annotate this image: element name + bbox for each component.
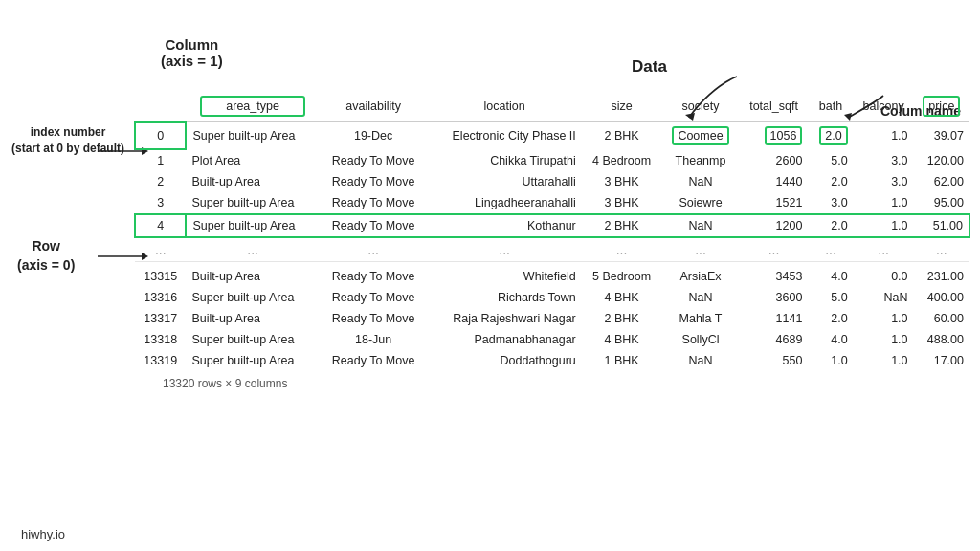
cell-loc-13317: Raja Rajeshwari Nagar bbox=[427, 308, 581, 329]
table-row: 13318 Super built-up Area 18-Jun Padmana… bbox=[135, 329, 969, 350]
cell-bath-0: 2.0 bbox=[808, 122, 853, 150]
dots-row: ... ... ... ... ... ... ... ... ... ... bbox=[135, 237, 969, 262]
column-annotation: Column (axis = 1) bbox=[161, 36, 223, 69]
branding: hiwhy.io bbox=[21, 527, 65, 541]
cell-loc-13319: Doddathoguru bbox=[427, 350, 581, 371]
cell-avail-3: Ready To Move bbox=[320, 192, 428, 214]
cell-sqft-13316: 3600 bbox=[740, 287, 809, 308]
cell-balcony-13318: 1.0 bbox=[854, 329, 914, 350]
table-footer: 13320 rows × 9 columns bbox=[134, 377, 970, 390]
cell-avail-4: Ready To Move bbox=[320, 214, 428, 237]
cell-price-4: 51.00 bbox=[914, 214, 969, 237]
cell-bath-13319: 1.0 bbox=[808, 350, 853, 371]
dots-2: ... bbox=[320, 237, 428, 262]
cell-avail-13319: Ready To Move bbox=[320, 350, 428, 371]
cell-size-1: 4 Bedroom bbox=[582, 149, 662, 171]
th-size: size bbox=[582, 91, 662, 122]
cell-sqft-13318: 4689 bbox=[740, 329, 809, 350]
bath-highlight: 2.0 bbox=[819, 126, 847, 145]
th-price-label: price bbox=[923, 96, 960, 117]
cell-society-1: Theanmp bbox=[661, 149, 739, 171]
cell-avail-13318: 18-Jun bbox=[320, 329, 428, 350]
cell-sqft-13319: 550 bbox=[740, 350, 809, 371]
cell-price-13317: 60.00 bbox=[914, 308, 969, 329]
index-label-line1: index number bbox=[11, 124, 124, 141]
cell-bath-2: 2.0 bbox=[808, 171, 853, 192]
cell-price-13318: 488.00 bbox=[914, 329, 969, 350]
index-cell-3: 3 bbox=[135, 192, 186, 214]
row-label-line1: Row bbox=[17, 237, 75, 256]
index-cell-13318: 13318 bbox=[135, 329, 186, 350]
dots-1: ... bbox=[186, 237, 319, 262]
cell-balcony-1: 3.0 bbox=[854, 149, 914, 171]
cell-area-type-13315: Built-up Area bbox=[186, 262, 319, 288]
cell-area-type-0: Super built-up Area bbox=[186, 122, 319, 150]
cell-society-2: NaN bbox=[661, 171, 739, 192]
cell-sqft-0: 1056 bbox=[740, 122, 809, 150]
cell-balcony-13317: 1.0 bbox=[854, 308, 914, 329]
cell-balcony-3: 1.0 bbox=[854, 192, 914, 214]
cell-price-13319: 17.00 bbox=[914, 350, 969, 371]
row-annotation: Row (axis = 0) bbox=[17, 237, 75, 275]
table-row: 13315 Built-up Area Ready To Move Whitef… bbox=[135, 262, 969, 288]
cell-price-13315: 231.00 bbox=[914, 262, 969, 288]
dots-6: ... bbox=[740, 237, 809, 262]
dots-index: ... bbox=[135, 237, 186, 262]
cell-balcony-0: 1.0 bbox=[854, 122, 914, 150]
dots-7: ... bbox=[808, 237, 853, 262]
cell-bath-13316: 5.0 bbox=[808, 287, 853, 308]
index-cell-13319: 13319 bbox=[135, 350, 186, 371]
cell-area-type-3: Super built-up Area bbox=[186, 192, 319, 214]
cell-size-13315: 5 Bedroom bbox=[582, 262, 662, 288]
th-index bbox=[135, 91, 186, 122]
cell-avail-13316: Ready To Move bbox=[320, 287, 428, 308]
cell-loc-13318: Padmanabhanagar bbox=[427, 329, 581, 350]
data-label: Data bbox=[632, 57, 667, 76]
cell-balcony-4: 1.0 bbox=[854, 214, 914, 237]
cell-society-13316: NaN bbox=[661, 287, 739, 308]
cell-bath-13318: 4.0 bbox=[808, 329, 853, 350]
cell-loc-3: Lingadheeranahalli bbox=[427, 192, 581, 214]
cell-size-2: 3 BHK bbox=[582, 171, 662, 192]
cell-price-1: 120.00 bbox=[914, 149, 969, 171]
cell-loc-0: Electronic City Phase II bbox=[427, 122, 581, 150]
table-row: 13319 Super built-up Area Ready To Move … bbox=[135, 350, 969, 371]
cell-avail-0: 19-Dec bbox=[320, 122, 428, 150]
th-bath: bath bbox=[808, 91, 853, 122]
table-row-highlighted: 4 Super built-up Area Ready To Move Koth… bbox=[135, 214, 969, 237]
index-cell-13317: 13317 bbox=[135, 308, 186, 329]
dots-4: ... bbox=[582, 237, 662, 262]
cell-bath-13315: 4.0 bbox=[808, 262, 853, 288]
cell-size-13316: 4 BHK bbox=[582, 287, 662, 308]
cell-bath-4: 2.0 bbox=[808, 214, 853, 237]
cell-society-13319: NaN bbox=[661, 350, 739, 371]
cell-size-13319: 1 BHK bbox=[582, 350, 662, 371]
cell-balcony-13315: 0.0 bbox=[854, 262, 914, 288]
cell-balcony-13319: 1.0 bbox=[854, 350, 914, 371]
data-table: area_type availability location size soc… bbox=[134, 91, 970, 371]
cell-area-type-2: Built-up Area bbox=[186, 171, 319, 192]
th-society: society bbox=[661, 91, 739, 122]
th-price: price bbox=[914, 91, 969, 122]
dots-3: ... bbox=[427, 237, 581, 262]
table-row: 1 Plot Area Ready To Move Chikka Tirupat… bbox=[135, 149, 969, 171]
cell-bath-13317: 2.0 bbox=[808, 308, 853, 329]
cell-sqft-4: 1200 bbox=[740, 214, 809, 237]
cell-society-13318: SollyCl bbox=[661, 329, 739, 350]
cell-area-type-13316: Super built-up Area bbox=[186, 287, 319, 308]
cell-bath-1: 5.0 bbox=[808, 149, 853, 171]
table-row: 2 Built-up Area Ready To Move Uttarahall… bbox=[135, 171, 969, 192]
cell-size-0: 2 BHK bbox=[582, 122, 662, 150]
th-area-type: area_type bbox=[186, 91, 319, 122]
cell-sqft-2: 1440 bbox=[740, 171, 809, 192]
cell-society-13317: Mahla T bbox=[661, 308, 739, 329]
society-highlight: Coomee bbox=[672, 126, 728, 145]
sqft-highlight: 1056 bbox=[765, 126, 803, 145]
dots-5: ... bbox=[661, 237, 739, 262]
dots-8: ... bbox=[854, 237, 914, 262]
table-wrapper: area_type availability location size soc… bbox=[134, 91, 970, 390]
cell-balcony-2: 3.0 bbox=[854, 171, 914, 192]
cell-area-type-13319: Super built-up Area bbox=[186, 350, 319, 371]
cell-area-type-13317: Built-up Area bbox=[186, 308, 319, 329]
table-row: 3 Super built-up Area Ready To Move Ling… bbox=[135, 192, 969, 214]
